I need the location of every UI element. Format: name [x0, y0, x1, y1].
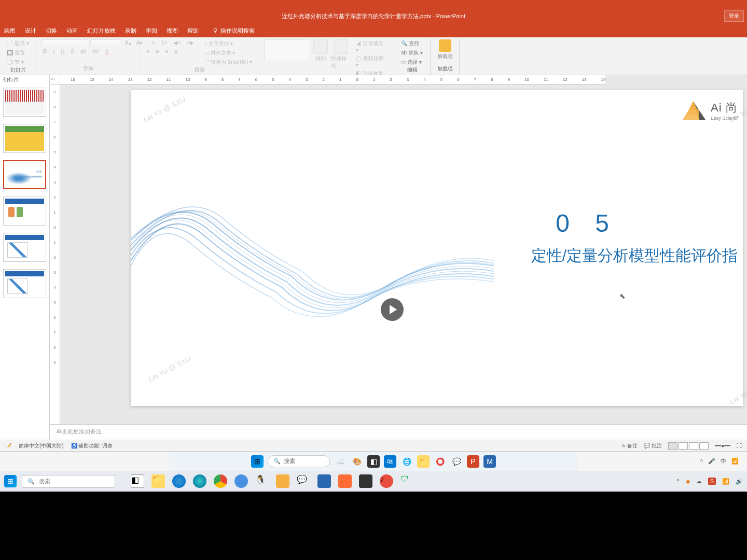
slide-thumbnail[interactable] — [3, 197, 46, 226]
text-direction-button[interactable]: ↕ 文字方向 ▾ — [203, 39, 254, 48]
indent-increase-button[interactable]: ≡▶ — [185, 39, 196, 46]
align-right-button[interactable]: ≡ — [164, 48, 170, 55]
browser-icon[interactable] — [234, 474, 248, 488]
edge-alt-icon[interactable] — [193, 474, 206, 488]
login-button[interactable]: 登录 — [724, 10, 744, 22]
wifi-icon[interactable]: 📶 — [731, 458, 739, 465]
powerpoint-icon[interactable]: P — [467, 455, 479, 468]
accessibility-status[interactable]: ♿ 辅助功能: 调查 — [71, 442, 113, 450]
qq-icon[interactable]: 🐧 — [255, 474, 269, 488]
numbering-button[interactable]: 1≡ — [160, 39, 169, 46]
reset-button[interactable]: 🔲 重置 — [5, 49, 26, 57]
chrome-icon[interactable]: ⭕ — [434, 455, 446, 468]
edge-icon[interactable] — [172, 474, 186, 488]
slide-thumbnail[interactable] — [3, 88, 46, 117]
reading-view-button[interactable] — [689, 442, 698, 450]
menu-draw[interactable]: 绘图 — [4, 27, 16, 35]
shapes-gallery[interactable] — [265, 39, 310, 61]
align-left-button[interactable]: ≡ — [145, 48, 151, 55]
comments-toggle[interactable]: 💬 批注 — [644, 442, 662, 450]
spacing-button[interactable]: AV — [91, 48, 101, 55]
wechat-icon[interactable]: 💬 — [297, 474, 310, 488]
video-play-button[interactable] — [381, 298, 404, 321]
slide-canvas[interactable]: Lei Yu @ SXU Lei Yu @ SXU Lei Yu @ SXU L… — [60, 85, 747, 424]
notes-pane[interactable]: 单击此处添加备注 — [50, 424, 747, 440]
normal-view-button[interactable] — [668, 442, 677, 450]
chrome-icon[interactable] — [214, 474, 227, 488]
bold-button[interactable]: B — [42, 48, 48, 55]
menu-review[interactable]: 审阅 — [146, 27, 157, 35]
increase-font-button[interactable]: A▴ — [123, 39, 133, 46]
font-size-dropdown[interactable] — [90, 39, 121, 46]
ime-indicator[interactable]: 中 — [721, 457, 726, 465]
terminal-icon[interactable] — [359, 474, 372, 488]
justify-button[interactable]: ≡ — [173, 48, 179, 55]
font-family-dropdown[interactable] — [42, 39, 88, 46]
italic-button[interactable]: I — [51, 48, 56, 55]
slide-content[interactable]: Lei Yu @ SXU Lei Yu @ SXU Lei Yu @ SXU L… — [131, 90, 743, 406]
app-icon[interactable]: M — [483, 455, 496, 468]
slide-thumbnail[interactable] — [3, 269, 46, 298]
tray-app-icon[interactable]: ◆ — [686, 478, 690, 485]
wechat-icon[interactable]: 💬 — [450, 455, 463, 468]
addins-button[interactable]: 加载项 — [437, 39, 453, 60]
language-status[interactable]: 简体中文(中国大陆) — [19, 442, 64, 450]
task-view-icon[interactable]: ◧ — [131, 474, 144, 488]
select-button[interactable]: ▭ 选择 ▾ — [399, 58, 423, 66]
security-icon[interactable]: 🛡 — [400, 474, 414, 488]
align-text-button[interactable]: ▭ 对齐文本 ▾ — [203, 49, 254, 57]
edge-icon[interactable]: 🌐 — [400, 455, 413, 468]
layout-dropdown[interactable]: 📄 版式 ▾ — [5, 39, 31, 48]
spellcheck-icon[interactable]: 📝 — [5, 443, 11, 449]
section-dropdown[interactable]: 📑 节 ▾ — [5, 58, 25, 66]
menu-slideshow[interactable]: 幻灯片放映 — [87, 27, 116, 35]
windows-start-button[interactable]: ⊞ — [251, 455, 264, 468]
copilot-icon[interactable]: 🎨 — [351, 455, 363, 468]
weather-widget[interactable]: ☁️ — [334, 455, 347, 468]
slide-thumbnail-active[interactable]: 0 5定性/定量分析模型性能评价指标 — [3, 160, 46, 189]
menu-transitions[interactable]: 切换 — [46, 27, 57, 35]
shadow-button[interactable]: ab — [79, 48, 88, 55]
underline-button[interactable]: U — [59, 48, 66, 55]
tray-icon[interactable]: S — [708, 478, 716, 485]
volume-icon[interactable]: 🔊 — [736, 478, 743, 485]
outer-search-box[interactable]: 🔍 搜索 — [22, 475, 115, 488]
quick-styles-button[interactable]: 快速样式 — [331, 39, 351, 69]
inner-search-box[interactable]: 🔍 搜索 — [268, 455, 330, 467]
network-icon[interactable]: 📶 — [722, 478, 729, 485]
find-button[interactable]: 🔍 查找 — [399, 39, 421, 48]
tell-me-search[interactable]: 操作说明搜索 — [212, 27, 255, 35]
fit-to-window-button[interactable]: ⛶ — [737, 443, 742, 449]
sorter-view-button[interactable] — [679, 442, 688, 450]
font-color-button[interactable]: A — [104, 48, 110, 55]
strikethrough-button[interactable]: S — [69, 48, 76, 55]
explorer-icon[interactable]: 📁 — [417, 455, 430, 468]
microphone-icon[interactable]: 🎤 — [708, 458, 715, 465]
app-orange-icon[interactable] — [338, 474, 352, 488]
menu-animations[interactable]: 动画 — [66, 27, 78, 35]
notes-toggle[interactable]: ≐ 备注 — [621, 442, 638, 450]
tray-chevron-icon[interactable]: ^ — [676, 478, 679, 484]
explorer-icon[interactable]: 📁 — [151, 474, 165, 488]
menu-help[interactable]: 帮助 — [187, 27, 199, 35]
zoom-slider[interactable]: ━━●━━ — [715, 443, 730, 449]
app-blue-icon[interactable] — [317, 474, 331, 488]
arrange-button[interactable]: 排列 — [313, 39, 328, 62]
app-yellow-icon[interactable] — [276, 474, 289, 488]
shape-outline-button[interactable]: ◯ 形状轮廓 ▾ — [354, 54, 389, 68]
onedrive-icon[interactable]: ☁ — [696, 478, 702, 485]
bullets-button[interactable]: ⋮≡ — [145, 39, 157, 46]
windows-start-button-outer[interactable]: ⊞ — [4, 475, 17, 487]
shape-fill-button[interactable]: ◢ 形状填充 ▾ — [354, 39, 389, 53]
menu-record[interactable]: 录制 — [125, 27, 136, 35]
replace-button[interactable]: ab 替换 ▾ — [399, 49, 424, 57]
indent-decrease-button[interactable]: ◀≡ — [172, 39, 182, 46]
menu-view[interactable]: 视图 — [167, 27, 178, 35]
slide-thumbnail[interactable] — [3, 233, 46, 262]
chevron-up-icon[interactable]: ^ — [700, 458, 703, 465]
smartart-button[interactable]: ⬚ 转换为 SmartArt ▾ — [203, 58, 254, 66]
slide-thumbnail[interactable] — [3, 124, 46, 153]
music-icon[interactable]: ♪ — [380, 474, 393, 488]
align-center-button[interactable]: ≡ — [155, 48, 161, 55]
store-icon[interactable]: 🛍 — [384, 455, 396, 468]
